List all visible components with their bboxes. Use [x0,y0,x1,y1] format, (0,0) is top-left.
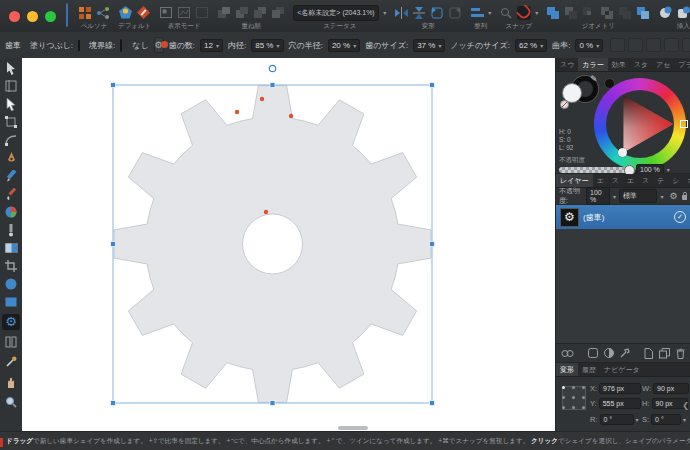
no-color-swatch[interactable] [560,100,569,109]
tab-swatches[interactable]: スウ [556,58,578,71]
blend-mode-dropdown[interactable]: 標準 [619,189,658,203]
tab-l4[interactable]: ス [638,174,653,187]
selection-handle[interactable] [270,83,275,88]
boolean-xor-icon[interactable] [600,6,614,20]
lock-icon[interactable] [681,191,687,201]
rectangle-tool[interactable] [2,294,20,310]
y-input[interactable]: 555 px [599,398,641,409]
shear-stepper-icon[interactable]: ▾ [683,416,686,423]
delete-layer-icon[interactable] [676,348,685,359]
view-hand-tool[interactable] [2,374,20,390]
blend-options-gear-icon[interactable]: ⚙ [670,191,678,201]
flip-horizontal-icon[interactable] [394,6,408,20]
gradient-tool[interactable] [2,240,20,256]
document-canvas[interactable] [22,58,556,432]
stroke-swatch[interactable] [120,39,122,52]
tab-l2[interactable]: ス [608,174,623,187]
opacity-slider[interactable] [559,167,633,173]
color-selector-marker[interactable] [618,148,627,157]
selection-handle[interactable] [111,242,116,247]
shape-action-3-button[interactable] [646,38,661,52]
rotation-input[interactable]: 0 ° [600,414,634,425]
shape-action-2-button[interactable] [628,38,643,52]
layer-effects-icon[interactable] [620,348,630,358]
revert-defaults-icon[interactable] [137,6,151,20]
close-window-button[interactable] [9,11,20,22]
selection-handle[interactable] [430,401,435,406]
tab-styles[interactable]: スタ [630,58,652,71]
link-layer-icon[interactable] [561,349,574,358]
minimize-window-button[interactable] [27,11,38,22]
x-input[interactable]: 976 px [599,383,641,394]
tab-l6[interactable]: シ [668,174,683,187]
hole-radius-input[interactable]: 20 %▾ [328,39,360,52]
selection-handle[interactable] [270,401,275,406]
tab-transform[interactable]: 変形 [556,363,578,376]
fill-swatch[interactable] [78,39,80,52]
tab-navigator[interactable]: ナビゲータ [600,363,644,376]
selection-handle[interactable] [430,242,435,247]
selection-handle[interactable] [430,83,435,88]
shear-input[interactable]: 0 ° [651,414,681,425]
layer-row-gear[interactable]: ⚙ (歯車) ✓ [556,205,690,229]
hue-selector-marker[interactable] [680,120,688,128]
status-dropdown-arrow-icon[interactable]: ▾ [383,9,386,16]
tab-l5[interactable]: テ [653,174,668,187]
horizontal-scrollbar-thumb[interactable] [338,426,368,430]
node-tool[interactable] [2,96,20,112]
curvature-input[interactable]: 0 %▾ [575,39,603,52]
shape-action-4-button[interactable] [664,38,679,52]
color-picker-tool[interactable] [2,354,20,370]
pixel-persona-icon[interactable] [96,6,110,20]
stroke-width-slider-knob[interactable] [161,41,168,48]
tab-history[interactable]: 履歴 [578,363,600,376]
compound-icon[interactable] [636,6,650,20]
insert-top-icon[interactable] [676,6,690,20]
layer-opacity-arrow-icon[interactable]: ▾ [613,193,616,200]
color-picker-icon[interactable]: ✎ [590,74,598,84]
align-dropdown-arrow-icon[interactable]: ▾ [488,9,491,16]
text-frame-tool[interactable] [2,334,20,350]
designer-persona-icon[interactable] [78,6,92,20]
shape-action-1-button[interactable] [610,38,625,52]
teeth-input[interactable]: 12▾ [200,39,223,52]
group-layers-icon[interactable] [659,348,670,359]
w-input[interactable]: 90 px [653,383,689,394]
boolean-divide-icon[interactable] [618,6,632,20]
opacity-stepper-icon[interactable]: ▾ [667,166,670,173]
layer-visibility-checkbox[interactable]: ✓ [674,211,686,223]
rotation-handle[interactable] [269,65,275,71]
adjustment-layer-icon[interactable] [604,348,614,358]
place-image-tool[interactable] [2,222,20,238]
inner-radius-input[interactable]: 85 %▾ [251,39,283,52]
selection-handle[interactable] [111,401,116,406]
snap-dropdown-arrow-icon[interactable]: ▾ [535,9,538,16]
synchronize-defaults-icon[interactable] [119,6,133,20]
ellipse-tool[interactable] [2,276,20,292]
snapping-toggle-icon[interactable] [517,6,531,20]
move-backward-icon[interactable] [253,6,267,20]
layer-opacity-input[interactable]: 100 % [586,187,610,205]
vector-view-icon[interactable] [159,6,173,20]
anchor-point-selector[interactable] [562,386,586,410]
tooth-size-input[interactable]: 37 %▾ [413,39,445,52]
layer-name[interactable]: (歯車) [583,212,604,223]
rotate-ccw-icon[interactable] [430,6,444,20]
tab-brushes[interactable]: ブラ [674,58,690,71]
fill-color-tool[interactable] [2,204,20,220]
move-forward-icon[interactable] [235,6,249,20]
corner-tool[interactable] [2,132,20,148]
boolean-intersect-icon[interactable] [582,6,596,20]
mask-layer-icon[interactable] [588,348,598,358]
pixel-view-icon[interactable] [177,6,191,20]
layers-list-empty-area[interactable] [556,229,690,344]
retina-view-icon[interactable] [195,6,209,20]
boolean-subtract-icon[interactable] [564,6,578,20]
boolean-add-icon[interactable] [546,6,560,20]
vector-brush-tool[interactable] [2,186,20,202]
insert-inside-icon[interactable] [658,6,672,20]
flip-vertical-icon[interactable] [412,6,426,20]
layers-tabs-overflow-icon[interactable]: ≫ [684,174,690,187]
pen-tool[interactable] [2,150,20,166]
zoom-window-button[interactable] [45,11,56,22]
